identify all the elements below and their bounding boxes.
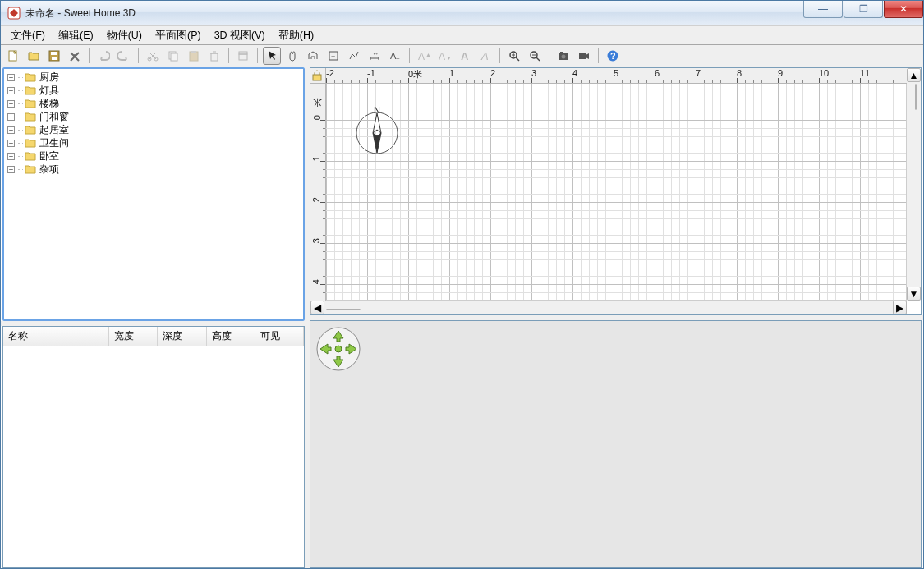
app-icon — [7, 7, 21, 20]
catalog-category[interactable]: +起居室 — [7, 123, 303, 136]
furniture-catalog[interactable]: +厨房+灯具+楼梯+门和窗+起居室+卫生间+卧室+杂项 — [2, 67, 305, 321]
undo-button[interactable] — [94, 47, 113, 65]
svg-text:▼: ▼ — [446, 55, 451, 61]
paste-button[interactable] — [185, 47, 203, 65]
plan-horizontal-scrollbar[interactable]: ◀ ▶ — [310, 300, 907, 314]
maximize-icon: ❐ — [859, 3, 868, 15]
category-label: 卫生间 — [39, 136, 69, 150]
toolbar-separator — [549, 48, 549, 63]
catalog-category[interactable]: +厨房 — [7, 71, 303, 84]
col-depth[interactable]: 深度 — [158, 327, 206, 346]
add-furniture-button[interactable] — [234, 47, 252, 65]
zoom-in-button[interactable] — [505, 47, 523, 65]
create-text-button[interactable]: A+ — [386, 47, 404, 65]
ruler-h-label: -1 — [367, 68, 375, 78]
catalog-category[interactable]: +卧室 — [7, 149, 303, 163]
new-button[interactable] — [4, 47, 22, 65]
folder-icon — [25, 164, 36, 174]
menu-plan[interactable]: 平面图(P) — [149, 27, 208, 44]
col-name[interactable]: 名称 — [3, 327, 109, 346]
open-button[interactable] — [25, 47, 43, 65]
svg-point-31 — [562, 55, 566, 59]
3d-view[interactable] — [310, 320, 922, 568]
plan-vertical-scrollbar[interactable]: ▲ ▼ — [906, 68, 921, 301]
ruler-h-label: 4 — [572, 68, 577, 78]
category-label: 灯具 — [39, 84, 59, 98]
toolbar-separator — [499, 48, 500, 63]
ruler-h-label: 11 — [860, 68, 870, 78]
catalog-category[interactable]: +灯具 — [7, 84, 303, 97]
zoom-out-button[interactable] — [526, 47, 544, 65]
catalog-category[interactable]: +门和窗 — [7, 110, 303, 123]
3d-nav-control[interactable] — [315, 326, 361, 374]
plan-view[interactable]: -2-10米1234567891011 0米12345 N ▲ — [310, 67, 922, 315]
folder-icon — [25, 112, 36, 122]
furniture-list-panel[interactable]: 名称 宽度 深度 高度 可见 — [2, 326, 305, 568]
svg-rect-36 — [313, 75, 321, 80]
expand-icon[interactable]: + — [7, 140, 15, 147]
category-label: 门和窗 — [39, 110, 69, 124]
save-button[interactable] — [45, 47, 63, 65]
col-visible[interactable]: 可见 — [255, 327, 303, 346]
scroll-up-icon[interactable]: ▲ — [907, 68, 921, 82]
create-rooms-button[interactable]: + — [324, 47, 342, 65]
select-tool-button[interactable] — [263, 47, 281, 65]
menu-help[interactable]: 帮助(H) — [272, 27, 320, 44]
ruler-h-label: 0米 — [408, 68, 422, 80]
text-bold-button[interactable]: A — [456, 47, 474, 65]
svg-point-41 — [335, 346, 342, 352]
plan-canvas[interactable]: N — [325, 83, 907, 301]
photo-button[interactable] — [554, 47, 572, 65]
create-polyline-button[interactable] — [345, 47, 363, 65]
col-height[interactable]: 高度 — [206, 327, 255, 346]
expand-icon[interactable]: + — [7, 153, 15, 160]
redo-button[interactable] — [115, 47, 133, 65]
expand-icon[interactable]: + — [7, 126, 15, 134]
menu-file[interactable]: 文件(F) — [4, 27, 52, 44]
text-italic-button[interactable]: A — [476, 47, 494, 65]
expand-icon[interactable]: + — [7, 74, 15, 81]
minimize-button[interactable]: — — [803, 1, 843, 18]
category-label: 厨房 — [39, 71, 59, 85]
scroll-down-icon[interactable]: ▼ — [907, 287, 921, 301]
catalog-category[interactable]: +杂项 — [7, 163, 303, 176]
video-button[interactable] — [575, 47, 593, 65]
ruler-lock-icon[interactable] — [310, 68, 326, 84]
maximize-button[interactable]: ❐ — [844, 1, 883, 18]
compass-icon[interactable]: N — [352, 105, 402, 156]
svg-rect-14 — [211, 53, 218, 61]
col-width[interactable]: 宽度 — [109, 327, 158, 346]
scroll-right-icon[interactable]: ▶ — [893, 301, 907, 314]
menu-edit[interactable]: 编辑(E) — [52, 27, 100, 44]
create-walls-button[interactable] — [304, 47, 322, 65]
furniture-table: 名称 宽度 深度 高度 可见 — [3, 327, 304, 346]
delete-button[interactable] — [205, 47, 223, 65]
folder-icon — [25, 85, 36, 95]
ruler-h-label: 6 — [655, 68, 660, 78]
cut-button[interactable] — [144, 47, 162, 65]
svg-text:↔: ↔ — [372, 50, 379, 57]
expand-icon[interactable]: + — [7, 87, 15, 94]
catalog-category[interactable]: +楼梯 — [7, 97, 303, 110]
horizontal-ruler: -2-10米1234567891011 — [325, 68, 907, 84]
menu-furniture[interactable]: 物件(U) — [100, 27, 149, 44]
menu-3d-view[interactable]: 3D 视图(V) — [208, 27, 272, 44]
preferences-button[interactable] — [66, 47, 84, 65]
svg-text:+: + — [396, 55, 400, 62]
text-size-down-button[interactable]: A▼ — [435, 47, 453, 65]
scroll-left-icon[interactable]: ◀ — [310, 301, 324, 314]
close-button[interactable]: ✕ — [884, 1, 923, 18]
create-dimensions-button[interactable]: ↔ — [365, 47, 384, 65]
catalog-category[interactable]: +卫生间 — [7, 136, 303, 149]
svg-point-7 — [73, 54, 76, 57]
expand-icon[interactable]: + — [7, 100, 15, 108]
svg-rect-6 — [52, 57, 57, 60]
expand-icon[interactable]: + — [7, 113, 15, 121]
ruler-h-label: 1 — [449, 68, 454, 78]
expand-icon[interactable]: + — [7, 166, 15, 173]
help-button[interactable]: ? — [604, 47, 622, 65]
copy-button[interactable] — [164, 47, 182, 65]
text-size-up-button[interactable]: A▲ — [415, 47, 433, 65]
pan-tool-button[interactable] — [283, 47, 301, 65]
folder-icon — [25, 99, 36, 108]
